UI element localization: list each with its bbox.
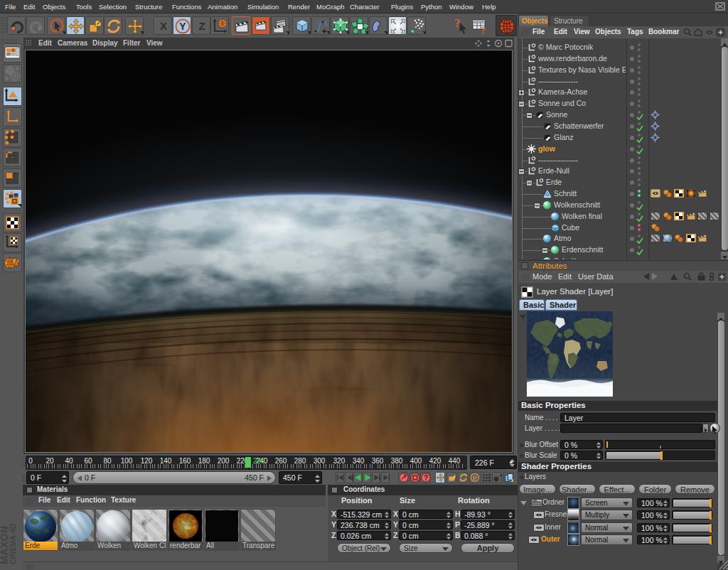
svg-text:?: ? [424, 474, 428, 482]
svg-text:360: 360 [372, 457, 384, 465]
svg-text:80: 80 [103, 457, 112, 465]
svg-text:Z: Z [198, 20, 205, 32]
svg-text:40: 40 [65, 457, 73, 465]
svg-text:440: 440 [449, 457, 461, 465]
svg-text:300: 300 [314, 457, 326, 465]
svg-text:X: X [160, 20, 167, 32]
svg-text:140: 140 [160, 457, 172, 465]
svg-text:180: 180 [198, 457, 210, 465]
svg-text:P: P [473, 475, 477, 482]
svg-text:260: 260 [275, 457, 287, 465]
svg-text:160: 160 [179, 457, 191, 465]
svg-text:320: 320 [333, 457, 346, 465]
svg-text:60: 60 [84, 457, 92, 465]
svg-text:0: 0 [28, 457, 33, 465]
svg-text:?: ? [481, 26, 486, 36]
svg-text:20: 20 [46, 457, 54, 465]
svg-text:400: 400 [410, 457, 422, 465]
svg-text:226: 226 [253, 457, 265, 465]
svg-text:120: 120 [141, 457, 153, 465]
svg-text:420: 420 [429, 457, 441, 465]
svg-text:Y: Y [179, 21, 186, 32]
svg-text:200: 200 [218, 457, 230, 465]
svg-text:?: ? [454, 17, 461, 30]
svg-text:380: 380 [391, 457, 403, 465]
svg-text:340: 340 [353, 457, 365, 465]
svg-text:280: 280 [294, 457, 306, 465]
svg-text:100: 100 [121, 457, 133, 465]
